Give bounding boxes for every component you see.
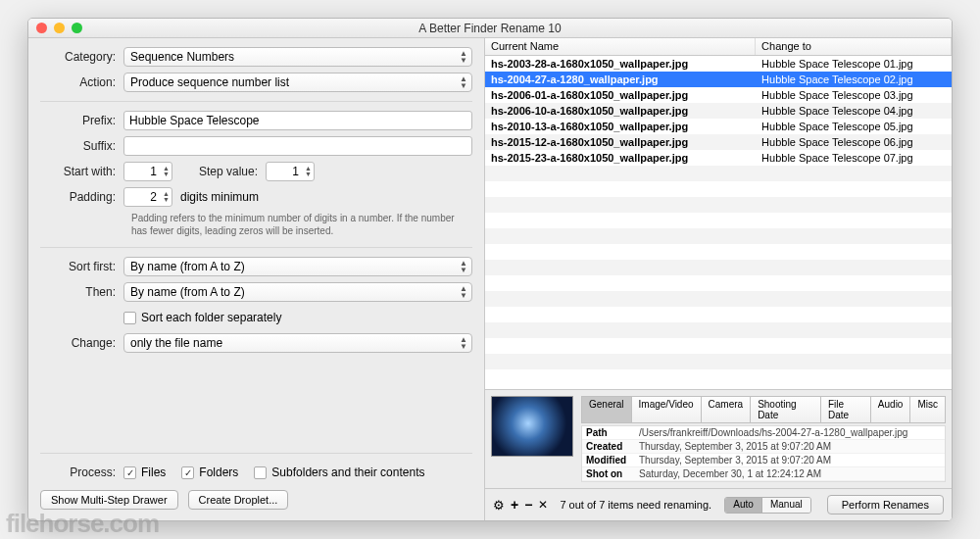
sortfolders-checkbox[interactable]: [123, 312, 136, 324]
prefix-input[interactable]: [123, 111, 472, 130]
category-label: Category:: [40, 50, 123, 64]
folders-checkbox[interactable]: [181, 466, 194, 479]
stepper-icon: ▲▼: [163, 166, 170, 177]
watermark: filehorse.com: [6, 509, 159, 539]
stepvalue-stepper[interactable]: 1 ▲▼: [266, 162, 315, 181]
preview-tabs: GeneralImage/VideoCameraShooting DateFil…: [581, 396, 946, 423]
show-drawer-button[interactable]: Show Multi-Step Drawer: [40, 490, 178, 510]
tab-imagevideo[interactable]: Image/Video: [631, 396, 701, 423]
stepvalue-label: Step value:: [192, 165, 266, 178]
app-window: A Better Finder Rename 10 Category: Sequ…: [27, 18, 953, 521]
table-row[interactable]: [485, 338, 952, 354]
category-select[interactable]: Sequence Numbers ▲▼: [123, 47, 472, 67]
table-row[interactable]: [485, 322, 952, 338]
current-name: hs-2004-27-a-1280_wallpaper.jpg: [485, 74, 756, 85]
table-row[interactable]: [485, 354, 952, 369]
modified-key: Modified: [582, 455, 639, 466]
change-to: Hubble Space Telescope 05.jpg: [756, 121, 952, 132]
table-row[interactable]: [485, 244, 952, 260]
folders-label: Folders: [199, 466, 238, 479]
divider: [40, 247, 472, 248]
subfolders-checkbox[interactable]: [254, 466, 267, 479]
right-panel: Current Name Change to hs-2003-28-a-1680…: [484, 38, 952, 520]
padding-stepper[interactable]: 2 ▲▼: [123, 187, 172, 207]
tab-shootingdate[interactable]: Shooting Date: [750, 396, 820, 423]
change-select[interactable]: only the file name ▲▼: [123, 333, 472, 353]
col-current[interactable]: Current Name: [485, 38, 756, 55]
files-checkbox[interactable]: [123, 466, 136, 479]
left-panel: Category: Sequence Numbers ▲▼ Action: Pr…: [28, 38, 484, 520]
table-row[interactable]: [485, 307, 952, 322]
table-row[interactable]: [485, 260, 952, 275]
table-row[interactable]: [485, 166, 952, 181]
created-key: Created: [582, 441, 639, 452]
preview-thumbnail: [491, 396, 573, 457]
perform-renames-button[interactable]: Perform Renames: [827, 495, 944, 514]
clear-button[interactable]: ✕: [538, 498, 548, 512]
path-value: /Users/frankreiff/Downloads/hs-2004-27-a…: [639, 427, 945, 438]
table-row[interactable]: hs-2006-10-a-1680x1050_wallpaper.jpgHubb…: [485, 103, 952, 119]
table-body[interactable]: hs-2003-28-a-1680x1050_wallpaper.jpgHubb…: [485, 56, 952, 389]
suffix-input[interactable]: [123, 136, 472, 156]
minimize-icon[interactable]: [54, 23, 65, 33]
divider: [40, 101, 472, 102]
change-label: Change:: [40, 336, 123, 350]
table-row[interactable]: [485, 228, 952, 244]
change-to: Hubble Space Telescope 07.jpg: [756, 152, 952, 164]
preview-pane: GeneralImage/VideoCameraShooting DateFil…: [485, 389, 952, 488]
tab-audio[interactable]: Audio: [870, 396, 910, 423]
table-row[interactable]: [485, 181, 952, 197]
updown-icon: ▲▼: [460, 50, 467, 64]
gear-icon[interactable]: ⚙︎: [493, 498, 505, 513]
col-changeto[interactable]: Change to: [756, 38, 952, 55]
files-label: Files: [141, 466, 166, 479]
sortfirst-value: By name (from A to Z): [130, 260, 245, 273]
shoton-value: Saturday, December 30, 1 at 12:24:12 AM: [639, 468, 945, 479]
add-button[interactable]: +: [511, 497, 518, 513]
startwith-stepper[interactable]: 1 ▲▼: [123, 162, 172, 181]
table-row[interactable]: hs-2015-23-a-1680x1050_wallpaper.jpgHubb…: [485, 150, 952, 166]
table-row[interactable]: hs-2010-13-a-1680x1050_wallpaper.jpgHubb…: [485, 119, 952, 134]
window-title: A Better Finder Rename 10: [28, 22, 952, 35]
current-name: hs-2003-28-a-1680x1050_wallpaper.jpg: [485, 58, 756, 70]
manual-option[interactable]: Manual: [762, 498, 810, 513]
change-value: only the file name: [130, 336, 222, 350]
status-text: 7 out of 7 items need renaming.: [560, 499, 711, 511]
action-select[interactable]: Produce sequence number list ▲▼: [123, 73, 472, 92]
tab-filedate[interactable]: File Date: [820, 396, 870, 423]
zoom-icon[interactable]: [72, 23, 82, 33]
table-row[interactable]: [485, 291, 952, 307]
suffix-label: Suffix:: [40, 139, 123, 153]
current-name: hs-2010-13-a-1680x1050_wallpaper.jpg: [485, 121, 756, 132]
current-name: hs-2015-23-a-1680x1050_wallpaper.jpg: [485, 152, 756, 164]
table-row[interactable]: hs-2006-01-a-1680x1050_wallpaper.jpgHubb…: [485, 87, 952, 103]
then-select[interactable]: By name (from A to Z) ▲▼: [123, 282, 472, 302]
change-to: Hubble Space Telescope 02.jpg: [756, 74, 952, 85]
table-row[interactable]: [485, 369, 952, 385]
current-name: hs-2015-12-a-1680x1050_wallpaper.jpg: [485, 136, 756, 148]
updown-icon: ▲▼: [460, 260, 467, 273]
tab-misc[interactable]: Misc: [909, 396, 946, 423]
auto-option[interactable]: Auto: [725, 498, 762, 513]
current-name: hs-2006-10-a-1680x1050_wallpaper.jpg: [485, 105, 756, 117]
table-row[interactable]: [485, 213, 952, 228]
then-value: By name (from A to Z): [130, 285, 245, 299]
created-value: Thursday, September 3, 2015 at 9:07:20 A…: [639, 441, 945, 452]
table-row[interactable]: hs-2015-12-a-1680x1050_wallpaper.jpgHubb…: [485, 134, 952, 150]
close-icon[interactable]: [36, 23, 47, 33]
remove-button[interactable]: −: [524, 497, 532, 513]
process-label: Process:: [40, 466, 123, 479]
table-row[interactable]: hs-2004-27-a-1280_wallpaper.jpgHubble Sp…: [485, 72, 952, 87]
startwith-label: Start with:: [40, 165, 123, 178]
table-row[interactable]: [485, 275, 952, 291]
mode-segment[interactable]: Auto Manual: [724, 497, 810, 514]
change-to: Hubble Space Telescope 04.jpg: [756, 105, 952, 117]
create-droplet-button[interactable]: Create Droplet...: [188, 490, 289, 510]
table-row[interactable]: [485, 197, 952, 213]
tab-general[interactable]: General: [581, 396, 631, 423]
updown-icon: ▲▼: [460, 285, 467, 299]
table-row[interactable]: hs-2003-28-a-1680x1050_wallpaper.jpgHubb…: [485, 56, 952, 72]
sortfirst-select[interactable]: By name (from A to Z) ▲▼: [123, 257, 472, 276]
tab-camera[interactable]: Camera: [701, 396, 751, 423]
left-bottom: Process: Files Folders Subfolders and th…: [40, 453, 472, 514]
